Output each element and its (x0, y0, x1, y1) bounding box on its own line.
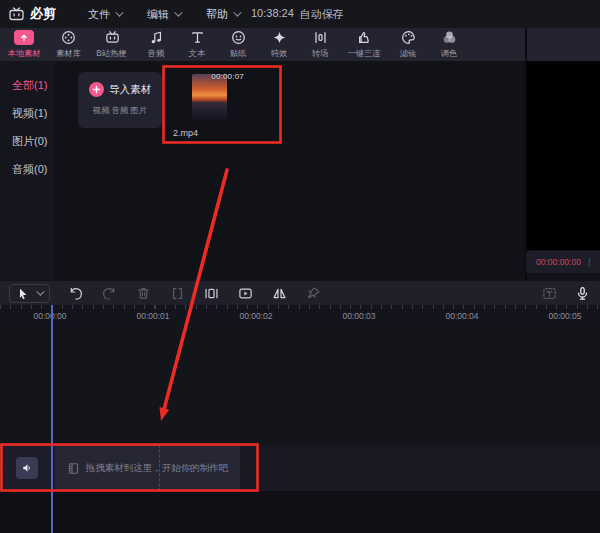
drop-zone-hint: 拖拽素材到这里，开始你的制作吧 (86, 462, 229, 475)
ruler-label: 00:00:02 (239, 311, 272, 321)
cursor-icon (17, 287, 29, 300)
app-logo: 必剪 (8, 5, 62, 23)
mirror-flip-button[interactable] (271, 285, 288, 302)
microphone-button[interactable] (574, 285, 591, 302)
tab-sticker[interactable]: 贴纸 (222, 30, 254, 60)
ruler-label: 00:00:05 (548, 311, 581, 321)
menu-help[interactable]: 帮助 (206, 7, 239, 22)
color-circles-icon (442, 30, 457, 46)
timeline-lower-area (0, 491, 600, 533)
tab-material-library[interactable]: 素材库 (52, 30, 84, 60)
menu-edit[interactable]: 编辑 (147, 7, 180, 22)
ruler-ticks (0, 305, 600, 309)
text-recognition-button[interactable] (541, 285, 558, 302)
sidebar-item-image[interactable]: 图片(0) (0, 127, 55, 155)
import-sublabel: 视频 音频 图片 (81, 105, 158, 117)
sidebar-item-all[interactable]: 全部(1) (0, 71, 55, 99)
video-preview-panel[interactable] (527, 61, 600, 250)
film-strip-icon (67, 462, 80, 475)
tab-effects[interactable]: 特效 (263, 30, 295, 60)
tab-audio[interactable]: 音频 (140, 30, 172, 60)
menu-file[interactable]: 文件 (88, 7, 121, 22)
timeline-toolbar-right (525, 285, 591, 302)
tab-text[interactable]: 文本 (181, 30, 213, 60)
split-button[interactable] (169, 285, 186, 302)
chevron-down-icon (36, 287, 44, 295)
tv-icon (105, 30, 120, 46)
media-library-panel: 导入素材 视频 音频 图片 00:00:07 2.mp4 (55, 61, 525, 280)
tab-triple-like[interactable]: 一键三连 (345, 30, 383, 60)
library-reel-icon (61, 30, 76, 46)
chevron-down-icon (233, 8, 241, 16)
playhead[interactable] (51, 305, 53, 533)
tab-local-media[interactable]: 本地素材 (5, 30, 43, 60)
tab-filter[interactable]: 滤镜 (392, 30, 424, 60)
track-drop-zone[interactable]: 拖拽素材到这里，开始你的制作吧 (55, 445, 240, 491)
play-clip-button[interactable] (237, 285, 254, 302)
freeze-frame-button[interactable] (203, 285, 220, 302)
title-bar: 必剪 文件 编辑 帮助 10:38:24 自动保存 (0, 0, 600, 28)
autosave-label: 自动保存 (300, 7, 344, 22)
timeline-toolbar (0, 281, 600, 305)
redo-button[interactable] (101, 285, 118, 302)
clip-filename: 2.mp4 (173, 128, 198, 138)
bijian-logo-icon (8, 7, 25, 21)
track-mute-button[interactable] (16, 457, 38, 479)
ruler-label: 00:00:04 (445, 311, 478, 321)
delete-button[interactable] (135, 285, 152, 302)
main-track-row: 拖拽素材到这里，开始你的制作吧 (0, 445, 600, 491)
chevron-down-icon (115, 8, 123, 16)
transition-bars-icon (313, 30, 328, 46)
local-media-folder-icon (14, 30, 34, 46)
ruler-label: 00:00:01 (136, 311, 169, 321)
undo-button[interactable] (67, 285, 84, 302)
timeline-ruler[interactable]: 00:00:00 00:00:01 00:00:02 00:00:03 00:0… (0, 305, 600, 325)
thumbs-up-icon (357, 30, 372, 46)
clip-duration-badge: 00:00:07 (211, 72, 244, 81)
autosave-status: 10:38:24 自动保存 (251, 7, 344, 22)
chevron-down-icon (174, 8, 182, 16)
sidebar-item-video[interactable]: 视频(1) (0, 99, 55, 127)
import-material-button[interactable]: 导入素材 视频 音频 图片 (78, 72, 162, 128)
timeline-body[interactable]: 拖拽素材到这里，开始你的制作吧 (0, 325, 600, 533)
plus-icon (89, 82, 104, 97)
timecode-separator: | (588, 257, 590, 267)
track-row-empty (240, 445, 600, 491)
text-icon (190, 30, 205, 46)
ruler-label: 00:00:00 (33, 311, 66, 321)
tab-color-grading[interactable]: 调色 (433, 30, 465, 60)
track-header (0, 445, 55, 491)
media-filter-sidebar: 全部(1) 视频(1) 图片(0) 音频(0) (0, 61, 55, 280)
tab-transition[interactable]: 转场 (304, 30, 336, 60)
ruler-label: 00:00:03 (342, 311, 375, 321)
tab-bilibili-trends[interactable]: B站热梗 (93, 30, 131, 60)
import-label: 导入素材 (109, 83, 151, 97)
magic-star-icon (272, 30, 287, 46)
media-clip-card[interactable]: 00:00:07 2.mp4 (168, 72, 248, 144)
sticker-face-icon (231, 30, 246, 46)
sidebar-item-audio[interactable]: 音频(0) (0, 155, 55, 183)
preview-timecode-bar: 00:00:00:00 | (526, 251, 600, 273)
palette-icon (401, 30, 416, 46)
playback-timecode: 00:00:00:00 (536, 257, 581, 267)
music-note-icon (149, 30, 164, 46)
pin-button[interactable] (305, 285, 322, 302)
select-tool-dropdown[interactable] (9, 284, 50, 303)
bijian-editor-window: 必剪 文件 编辑 帮助 10:38:24 自动保存 本地素材 (0, 0, 600, 533)
app-name: 必剪 (30, 5, 56, 23)
asset-toolbar: 本地素材 素材库 B站热梗 音频 (0, 28, 600, 61)
clock-text: 10:38:24 (251, 7, 294, 22)
